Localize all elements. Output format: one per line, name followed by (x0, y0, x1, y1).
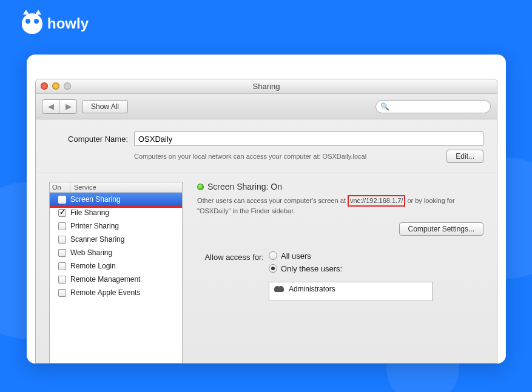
window-toolbar: ◀ ▶ Show All 🔍 (36, 94, 497, 119)
computer-name-hint: Computers on your local network can acce… (134, 152, 434, 161)
list-item[interactable]: Administrators (269, 282, 432, 296)
services-header-service: Service (70, 182, 182, 192)
users-icon (274, 285, 285, 293)
preferences-window: Sharing ◀ ▶ Show All 🔍 Computer Name: Co… (35, 79, 497, 364)
service-checkbox[interactable] (58, 289, 66, 297)
services-header-on: On (50, 182, 70, 192)
service-checkbox[interactable] (58, 249, 66, 257)
brand-name: howly (47, 15, 89, 32)
edit-button[interactable]: Edit... (446, 150, 483, 163)
service-checkbox[interactable] (58, 262, 66, 270)
search-input[interactable] (375, 100, 491, 113)
service-label: Printer Sharing (70, 222, 119, 230)
show-all-button[interactable]: Show All (82, 100, 128, 113)
service-label: Web Sharing (70, 248, 112, 257)
radio-only-these-users[interactable]: Only these users: (269, 264, 433, 273)
service-row[interactable]: Screen Sharing (50, 193, 182, 206)
service-row[interactable]: File Sharing (50, 206, 182, 219)
service-label: File Sharing (70, 208, 109, 217)
divider (36, 173, 497, 173)
service-row[interactable]: Scanner Sharing (50, 233, 182, 246)
service-row[interactable]: Remote Apple Events (50, 286, 182, 299)
service-checkbox[interactable] (58, 196, 66, 204)
radio-icon (269, 251, 277, 260)
service-checkbox[interactable] (58, 236, 66, 244)
minimize-icon[interactable] (52, 82, 59, 90)
window-titlebar: Sharing (36, 79, 497, 94)
service-row[interactable]: Web Sharing (50, 246, 182, 259)
status-text: Screen Sharing: On (207, 182, 282, 191)
service-label: Scanner Sharing (70, 235, 124, 244)
computer-name-input[interactable] (134, 131, 483, 146)
status-description: Other users can access your computer's s… (197, 195, 483, 216)
service-row[interactable]: Printer Sharing (50, 219, 182, 233)
service-checkbox[interactable] (58, 222, 66, 230)
vnc-url: vnc://192.168.1.7/ (348, 195, 405, 207)
close-icon[interactable] (41, 82, 48, 90)
service-label: Remote Login (70, 262, 116, 270)
radio-icon (269, 264, 277, 273)
nav-segment: ◀ ▶ (42, 99, 77, 114)
allowed-users-list[interactable]: Administrators (269, 282, 433, 301)
computer-name-label: Computer Name: (49, 135, 128, 144)
owl-icon (22, 13, 42, 34)
service-row[interactable]: Remote Management (50, 273, 182, 286)
computer-settings-button[interactable]: Computer Settings... (399, 222, 483, 236)
service-label: Screen Sharing (70, 195, 121, 204)
howly-logo: howly (22, 13, 89, 34)
status-indicator-icon (197, 184, 204, 190)
service-checkbox[interactable] (58, 209, 66, 217)
user-name: Administrators (289, 285, 335, 293)
forward-button[interactable]: ▶ (59, 100, 76, 113)
zoom-icon[interactable] (64, 82, 71, 90)
service-row[interactable]: Remote Login (50, 259, 182, 273)
screenshot-card: Sharing ◀ ▶ Show All 🔍 Computer Name: Co… (27, 55, 506, 364)
allow-access-label: Allow access for: (197, 251, 264, 262)
service-checkbox[interactable] (58, 276, 66, 284)
window-title: Sharing (253, 82, 280, 91)
service-detail: Screen Sharing: On Other users can acces… (197, 182, 483, 364)
services-list: On Service Screen SharingFile SharingPri… (49, 182, 183, 364)
radio-all-users[interactable]: All users (269, 251, 433, 261)
back-button[interactable]: ◀ (42, 100, 59, 113)
service-label: Remote Apple Events (70, 288, 140, 297)
service-label: Remote Management (70, 275, 140, 284)
